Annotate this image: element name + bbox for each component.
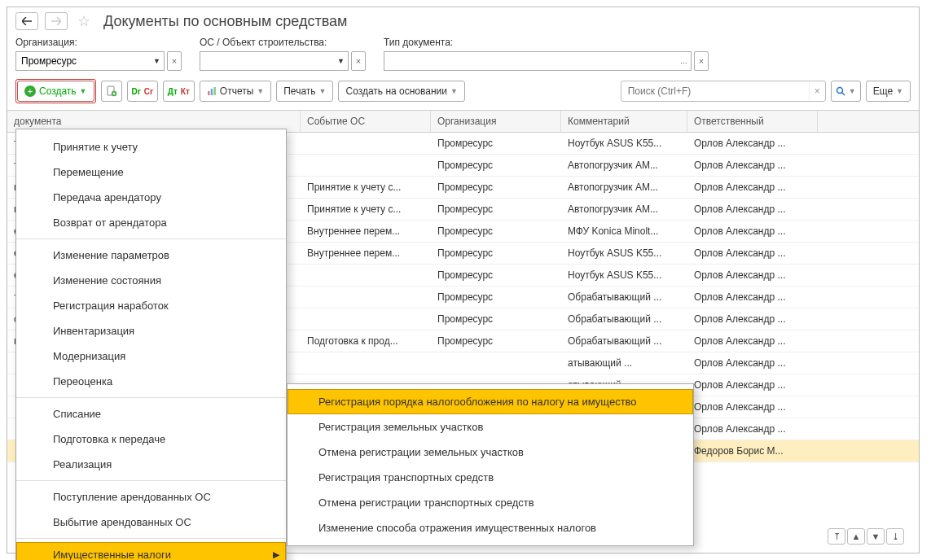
cell-resp: Орлов Александр ... [687, 133, 818, 154]
refresh-button[interactable] [101, 81, 122, 102]
cell-comment: Автопогрузчик AM... [561, 199, 687, 220]
print-button[interactable]: Печать ▼ [276, 81, 333, 102]
title-bar: ☆ Документы по основным средствам [7, 7, 919, 37]
menu-item[interactable]: Подготовка к передаче [16, 427, 286, 452]
cell-event [301, 265, 431, 286]
filter-org-label: Организация: [15, 37, 182, 48]
menu-item[interactable]: Реализация [16, 452, 286, 477]
cell-resp: Орлов Александр ... [687, 221, 818, 242]
menu-item[interactable]: Выбытие арендованных ОС [16, 510, 286, 535]
filter-org-clear[interactable]: × [167, 51, 182, 71]
cell-comment: Автопогрузчик AM... [561, 155, 687, 176]
filter-type-input[interactable] [384, 51, 677, 71]
submenu-item[interactable]: Регистрация земельных участков [288, 414, 693, 440]
page-title: Документы по основным средствам [103, 13, 347, 30]
menu-item[interactable]: Инвентаризация [16, 318, 286, 343]
cell-org: Промресурс [431, 133, 561, 154]
plus-icon: + [24, 85, 36, 97]
menu-item[interactable]: Перемещение [16, 160, 286, 185]
cell-org: Промресурс [431, 199, 561, 220]
cell-resp: Орлов Александр ... [687, 396, 818, 418]
menu-item[interactable]: Имущественные налоги▶ [16, 542, 286, 560]
col-event[interactable]: Событие ОС [301, 111, 431, 132]
menu-item[interactable]: Переоценка [16, 369, 286, 394]
cell-resp: Федоров Борис М... [687, 440, 818, 462]
scroll-top-button[interactable]: ⤒ [828, 528, 845, 545]
filter-org-dropdown[interactable]: ▼ [150, 51, 165, 71]
menu-item[interactable]: Регистрация наработок [16, 293, 286, 318]
col-comment[interactable]: Комментарий [561, 111, 687, 132]
cell-org: Промресурс [431, 221, 561, 242]
menu-item[interactable]: Модернизация [16, 343, 286, 369]
cell-org: Промресурс [431, 177, 561, 198]
create-button[interactable]: + Создать ▼ [17, 81, 94, 102]
cell-event: Внутреннее перем... [301, 221, 431, 242]
submenu-item[interactable]: Отмена регистрации транспортных средств [288, 490, 693, 515]
print-label: Печать [283, 85, 315, 97]
create-based-label: Создать на основании [345, 85, 447, 97]
magnifier-icon [836, 86, 845, 96]
cell-resp: Орлов Александр ... [687, 265, 818, 286]
submenu-item[interactable]: Отмена регистрации земельных участков [288, 440, 693, 465]
submenu-item[interactable]: Изменение способа отражения имущественны… [288, 515, 693, 540]
scroll-bottom-button[interactable]: ⤓ [886, 528, 904, 545]
menu-separator [16, 397, 286, 398]
col-org[interactable]: Организация [431, 111, 561, 132]
cell-event [301, 287, 431, 308]
svg-point-5 [837, 88, 842, 94]
menu-item[interactable]: Передача арендатору [16, 185, 286, 210]
menu-item-label: Выбытие арендованных ОС [53, 516, 191, 528]
create-based-button[interactable]: Создать на основании ▼ [338, 81, 464, 102]
search-clear[interactable]: × [809, 81, 825, 101]
cell-comment: Ноутбук ASUS K55... [561, 265, 687, 286]
menu-item[interactable]: Возврат от арендатора [16, 210, 286, 235]
cell-comment: Обрабатывающий ... [561, 287, 687, 308]
svg-rect-2 [208, 91, 210, 95]
menu-item[interactable]: Принятие к учету [16, 134, 286, 160]
chevron-right-icon: ▶ [273, 549, 279, 560]
menu-item-label: Поступление арендованных ОС [53, 491, 211, 503]
filter-os-input[interactable] [200, 51, 334, 71]
menu-item-label: Перемещение [53, 166, 124, 178]
submenu-item[interactable]: Регистрация порядка налогообложения по н… [288, 389, 693, 414]
menu-item[interactable]: Поступление арендованных ОС [16, 484, 286, 510]
dtkt-button[interactable]: ДтКт [163, 81, 195, 102]
cell-comment: Ноутбук ASUS K55... [561, 133, 687, 154]
property-tax-submenu: Регистрация порядка налогообложения по н… [287, 383, 694, 546]
scroll-down-button[interactable]: ▼ [867, 528, 885, 545]
cell-resp: Орлов Александр ... [687, 374, 818, 396]
menu-item-label: Реализация [53, 458, 112, 470]
col-resp[interactable]: Ответственный [687, 111, 818, 132]
filter-type-dots[interactable]: … [677, 51, 692, 71]
menu-item[interactable]: Изменение состояния [16, 268, 286, 293]
scroll-up-button[interactable]: ▲ [847, 528, 865, 545]
submenu-item[interactable]: Регистрация транспортных средств [288, 465, 693, 490]
cell-event: Принятие к учету с... [301, 199, 431, 220]
filter-os-label: ОС / Объект строительства: [200, 37, 366, 48]
favorite-star-icon[interactable]: ☆ [77, 12, 90, 30]
menu-item[interactable]: Изменение параметров [16, 243, 286, 268]
svg-line-6 [842, 93, 845, 95]
forward-button[interactable] [45, 12, 68, 30]
cell-resp: Орлов Александр ... [687, 243, 818, 264]
back-button[interactable] [15, 12, 38, 30]
cell-org: Промресурс [431, 155, 561, 176]
cell-resp: Орлов Александр ... [687, 177, 818, 198]
drcr-button[interactable]: DrCr [127, 81, 158, 102]
menu-item-label: Регистрация наработок [53, 300, 169, 312]
cell-org: Промресурс [431, 330, 561, 352]
cell-resp: Орлов Александр ... [687, 155, 818, 176]
menu-item-label: Передача арендатору [53, 191, 161, 203]
menu-item[interactable]: Списание [16, 401, 286, 427]
more-button[interactable]: Еще ▼ [866, 81, 911, 102]
search-box: × [621, 81, 826, 102]
filter-org-input[interactable] [15, 51, 150, 71]
search-input[interactable] [621, 85, 809, 97]
cell-resp: Орлов Александр ... [687, 308, 818, 330]
cell-event: Подготовка к прод... [301, 330, 431, 352]
reports-button[interactable]: Отчеты ▼ [200, 81, 271, 102]
filter-type-clear[interactable]: × [694, 51, 709, 71]
filter-os-clear[interactable]: × [351, 51, 366, 71]
find-button[interactable]: ▼ [831, 81, 861, 102]
filter-os-dropdown[interactable]: ▼ [334, 51, 349, 71]
